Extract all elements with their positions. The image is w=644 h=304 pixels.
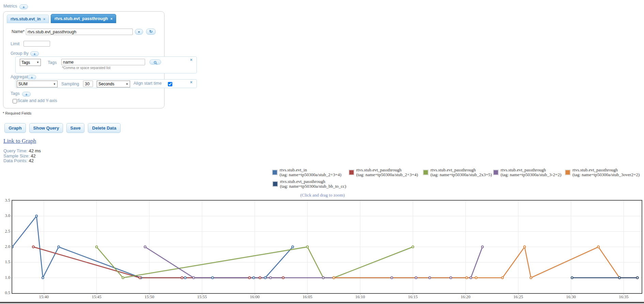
- search-tags-button[interactable]: [150, 60, 161, 65]
- scale-y-axis-checkbox[interactable]: [13, 99, 17, 103]
- x-axis-tick-label: 16:05: [297, 294, 318, 300]
- x-axis-tick-mark: [308, 294, 308, 295]
- series-point: [253, 277, 255, 279]
- sample-size-value: 42: [31, 153, 35, 158]
- sampling-value-input[interactable]: [83, 81, 93, 87]
- aggregator-row: SUM ▼ Sampling Seconds ▼ Align start tim…: [15, 79, 197, 88]
- x-axis-tick-label: 16:35: [613, 294, 634, 300]
- series-point: [322, 277, 324, 279]
- remove-aggregator-icon[interactable]: ×: [190, 80, 192, 85]
- x-axis-tick-label: 16:20: [455, 294, 476, 300]
- legend-series-name: rtvs.stub.evt_in: [280, 168, 341, 172]
- search-icon: [154, 61, 157, 65]
- series-point: [571, 277, 573, 279]
- tab-evt-in[interactable]: rtvs.stub.evt_in ×: [7, 15, 49, 23]
- legend-series-text: rtvs.stub.evt_passthrough(tag: name=tp50…: [280, 179, 346, 188]
- chevron-down-icon: ▼: [138, 31, 140, 34]
- close-tab-icon[interactable]: ×: [110, 17, 112, 21]
- y-axis-tick-label: 2.5: [0, 229, 10, 234]
- y-axis-tick-label: 2.0: [0, 244, 10, 249]
- name-dropdown-button[interactable]: ▼: [135, 29, 143, 35]
- legend-series-text: rtvs.stub.evt_passthrough(tag: name=tp50…: [430, 168, 492, 177]
- chevron-down-icon: ▼: [53, 83, 56, 86]
- close-tab-icon[interactable]: ×: [43, 17, 45, 21]
- align-start-time-checkbox[interactable]: [168, 82, 172, 86]
- x-axis-tick-mark: [360, 294, 361, 295]
- x-axis-tick-label: 15:45: [87, 294, 107, 300]
- chart-canvas: [12, 201, 642, 293]
- plus-icon: +: [22, 5, 25, 9]
- legend-series-text: rtvs.stub.evt_passthrough(tag: name=tp50…: [501, 168, 561, 177]
- group-by-type-select[interactable]: Tags ▼: [20, 59, 41, 66]
- legend-series-text: rtvs.stub.evt_passthrough(tag: name=tp50…: [356, 168, 418, 177]
- legend-series-name: rtvs.stub.evt_passthrough: [430, 168, 492, 172]
- aggregator-select[interactable]: SUM ▼: [17, 81, 58, 87]
- series-point: [292, 246, 294, 248]
- series-point: [475, 277, 477, 279]
- legend-series-text: rtvs.stub.evt_in(tag: name=tp50300a/stub…: [280, 168, 341, 177]
- series-point: [58, 246, 60, 248]
- legend-entry: rtvs.stub.evt_passthrough(tag: name=tp50…: [349, 168, 418, 177]
- series-point: [122, 277, 124, 279]
- sampling-unit-select[interactable]: Seconds ▼: [97, 81, 130, 87]
- series-point: [470, 277, 472, 279]
- align-start-time-label: Align start time: [133, 81, 162, 86]
- remove-group-by-icon[interactable]: ×: [190, 57, 192, 62]
- x-axis-tick-label: 15:40: [34, 294, 54, 300]
- metric-panel: rtvs.stub.evt_in × rtvs.stub.evt_passthr…: [3, 11, 164, 108]
- x-axis-tick-label: 16:25: [508, 294, 529, 300]
- zoom-hint: (Click and drag to zoom): [268, 192, 377, 198]
- link-to-graph[interactable]: Link to Graph: [3, 138, 36, 145]
- legend-series-tag: (tag: name=tp50300a/stub_3-2=2): [501, 172, 561, 177]
- show-query-button[interactable]: Show Query: [29, 123, 63, 133]
- legend-entry: rtvs.stub.evt_passthrough(tag: name=tp50…: [272, 179, 346, 188]
- delete-data-button[interactable]: Delete Data: [88, 123, 121, 133]
- add-tag-button[interactable]: +: [22, 92, 31, 97]
- tab-evt-passthrough[interactable]: rtvs.stub.evt_passthrough ×: [51, 14, 116, 23]
- series-point: [637, 277, 639, 279]
- series-point: [482, 246, 484, 248]
- series-point: [618, 277, 621, 279]
- x-axis-tick-mark: [44, 294, 44, 295]
- series-point: [415, 277, 417, 279]
- legend-entry: rtvs.stub.evt_passthrough(tag: name=tp50…: [493, 168, 561, 177]
- group-by-row: Tags ▼ Tags × *Comma or space separated …: [15, 56, 197, 73]
- series-point: [35, 215, 37, 217]
- legend-entry: rtvs.stub.evt_in(tag: name=tp50300a/stub…: [272, 168, 341, 177]
- series-point: [184, 277, 186, 279]
- limit-input[interactable]: [23, 41, 50, 47]
- refresh-icon: ↻: [149, 29, 153, 34]
- query-time-value: 42 ms: [29, 148, 41, 153]
- chart-plot-area[interactable]: [12, 200, 642, 294]
- legend-swatch-icon: [272, 181, 278, 187]
- series-point: [96, 246, 98, 248]
- series-point: [269, 277, 271, 279]
- action-buttons: Graph Show Query Save Delete Data: [4, 123, 121, 133]
- y-axis-tick-mark: [10, 262, 12, 263]
- refresh-button[interactable]: ↻: [146, 29, 156, 35]
- metric-name-input[interactable]: [26, 29, 133, 35]
- save-button[interactable]: Save: [66, 123, 84, 133]
- series-point: [181, 277, 183, 279]
- select-value: SUM: [18, 82, 28, 86]
- graph-button[interactable]: Graph: [4, 123, 26, 133]
- group-by-tags-input[interactable]: [61, 59, 145, 65]
- series-point: [211, 277, 214, 279]
- series-point: [429, 277, 431, 279]
- x-axis-tick-mark: [255, 294, 255, 295]
- legend-series-text: rtvs.stub.evt_passthrough(tag: name=tp50…: [572, 168, 640, 177]
- legend-swatch-icon: [493, 170, 499, 175]
- x-axis-tick-label: 16:30: [561, 294, 581, 300]
- legend-series-tag: (tag: name=tp50300a/stub_2+3=4): [280, 172, 341, 177]
- y-axis-tick-mark: [10, 247, 12, 247]
- legend-swatch-icon: [272, 170, 278, 175]
- add-metric-button[interactable]: +: [19, 4, 28, 9]
- query-stats: Query Time: 42 ms Sample Size: 42 Data P…: [3, 149, 41, 164]
- x-axis-tick-label: 16:00: [245, 294, 265, 300]
- add-aggregator-button[interactable]: +: [28, 75, 36, 80]
- y-axis-tick-label: 0.5: [0, 290, 10, 295]
- tags-section-label: Tags: [11, 91, 19, 96]
- series-point: [501, 277, 503, 279]
- legend-entry: rtvs.stub.evt_passthrough(tag: name=tp50…: [565, 168, 640, 177]
- add-group-by-button[interactable]: +: [30, 51, 39, 56]
